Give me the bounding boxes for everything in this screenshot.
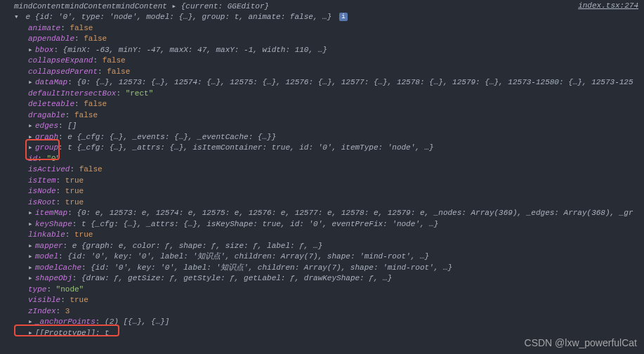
prop-row[interactable]: animate: false (0, 23, 644, 34)
expand-toggle[interactable]: ▸ (28, 273, 35, 283)
prop-row[interactable]: dragable: false (0, 110, 644, 122)
prop-row[interactable]: isActived: false (0, 164, 644, 176)
breadcrumb: mindContentmindContentmindContent (14, 2, 167, 11)
prop-row[interactable]: type: "node" (0, 284, 644, 296)
prop-row[interactable]: ▸shapeObj: {draw: ƒ, getSize: ƒ, getStyl… (0, 273, 644, 284)
breadcrumb-value: {current: GGEditor} (181, 2, 269, 11)
prop-row[interactable]: ▸mapper: e {graph: e, color: ƒ, shape: ƒ… (0, 241, 644, 252)
prop-row[interactable]: ▸bbox: {minX: -63, minY: -47, maxX: 47, … (0, 45, 644, 56)
prop-row[interactable]: ▸keyShape: t {_cfg: {…}, _attrs: {…}, is… (0, 219, 644, 230)
expand-toggle[interactable]: ▸ (28, 132, 35, 142)
prop-row[interactable]: deleteable: false (0, 99, 644, 110)
expand-toggle[interactable]: ▸ (28, 328, 35, 338)
watermark: CSDN @lxw_powerfulCat (525, 337, 637, 348)
expand-toggle[interactable]: ▸ (28, 251, 35, 261)
prop-row[interactable]: isNode: true (0, 186, 644, 197)
expand-toggle[interactable]: ▸ (28, 77, 35, 87)
prop-row[interactable]: id: "0" (0, 154, 644, 165)
prop-row[interactable]: ▸modelCache: {id: '0', key: '0', label: … (0, 263, 644, 274)
object-summary[interactable]: e {id: '0', type: 'node', model: {…}, gr… (26, 13, 332, 21)
prop-row[interactable]: collapseExpand: false (0, 55, 644, 67)
prop-row[interactable]: ▸group: t {_cfg: {…}, _attrs: {…}, isIte… (0, 143, 644, 154)
expand-toggle[interactable]: ▸ (28, 121, 35, 131)
expand-toggle[interactable]: ▸ (28, 241, 35, 251)
prop-row[interactable]: linkable: true (0, 230, 644, 241)
prop-row[interactable]: ▸_anchorPoints: (2) [{…}, {…}] (0, 317, 644, 328)
prop-row[interactable]: ▸edges: [] (0, 121, 644, 132)
expand-toggle[interactable]: ▸ (28, 219, 35, 229)
prop-row[interactable]: ▸graph: e {_cfg: {…}, _events: {…}, _eve… (0, 132, 644, 143)
expand-toggle[interactable]: ▸ (28, 263, 35, 273)
breadcrumb-arrow: ▸ (171, 2, 176, 11)
prop-row[interactable]: ▸itemMap: {0: e, 12573: e, 12574: e, 125… (0, 208, 644, 219)
prop-row[interactable]: collapsedParent: false (0, 67, 644, 78)
prop-row[interactable]: ▸model: {id: '0', key: '0', label: '知识点'… (0, 251, 644, 263)
expand-toggle[interactable]: ▸ (28, 45, 35, 55)
prop-row[interactable]: appendable: false (0, 34, 644, 45)
prop-row[interactable]: isItem: true (0, 176, 644, 187)
expand-toggle[interactable]: ▸ (28, 143, 35, 152)
prop-row[interactable]: isRoot: true (0, 197, 644, 209)
prop-row[interactable]: ▸dataMap: {0: {…}, 12573: {…}, 12574: {…… (0, 77, 644, 88)
expand-toggle[interactable]: ▸ (28, 208, 35, 218)
info-icon[interactable]: i (339, 13, 348, 21)
expand-toggle[interactable]: ▸ (28, 317, 35, 327)
prop-row[interactable]: zIndex: 3 (0, 306, 644, 317)
source-link[interactable]: index.tsx:274 (578, 1, 638, 11)
prop-row[interactable]: defaultIntersectBox: "rect" (0, 88, 644, 100)
expand-toggle[interactable]: ▾ (14, 12, 21, 22)
prop-row[interactable]: visible: true (0, 295, 644, 306)
